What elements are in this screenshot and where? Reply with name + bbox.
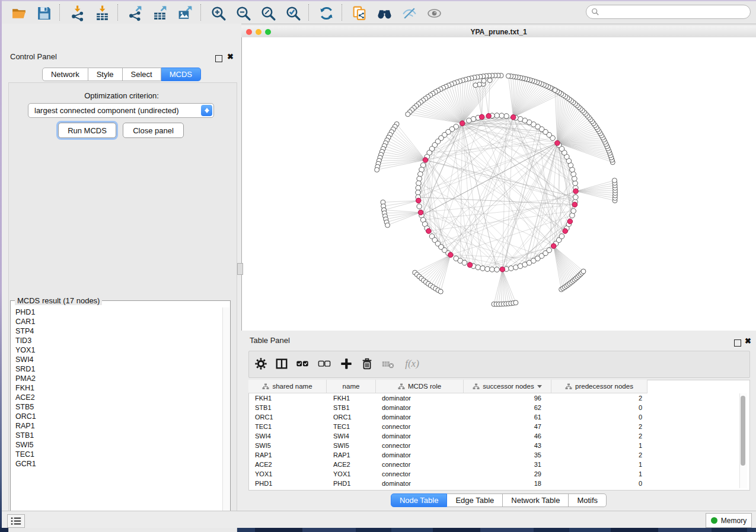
zoom-fit-icon[interactable] bbox=[259, 4, 277, 23]
table-row[interactable]: SWI5SWI5connector431 bbox=[249, 441, 648, 450]
tab-motifs[interactable]: Motifs bbox=[569, 493, 607, 507]
zoom-out-icon[interactable] bbox=[234, 4, 253, 23]
table-panel-float-button[interactable] bbox=[734, 338, 741, 349]
graph-node[interactable] bbox=[417, 204, 422, 209]
tab-network[interactable]: Network bbox=[42, 68, 88, 81]
control-panel-close-button[interactable]: ✖ bbox=[227, 53, 234, 60]
graph-node[interactable] bbox=[416, 181, 422, 186]
tab-node-table[interactable]: Node Table bbox=[391, 493, 448, 507]
mcds-node[interactable] bbox=[511, 115, 516, 120]
tab-mcds[interactable]: MCDS bbox=[161, 68, 201, 81]
mcds-result-item[interactable]: FKH1 bbox=[11, 383, 222, 393]
table-row[interactable]: YOX1YOX1connector291 bbox=[249, 469, 648, 479]
task-history-button[interactable] bbox=[7, 514, 25, 528]
run-mcds-button[interactable]: Run MCDS bbox=[58, 123, 116, 138]
mcds-node[interactable] bbox=[460, 121, 465, 126]
tab-network-table[interactable]: Network Table bbox=[503, 493, 569, 507]
mcds-node[interactable] bbox=[551, 243, 556, 249]
mcds-node[interactable] bbox=[467, 262, 473, 268]
copy-style-icon[interactable] bbox=[350, 4, 369, 23]
delete-table-icon[interactable] bbox=[379, 356, 396, 371]
delete-icon[interactable] bbox=[359, 356, 375, 371]
gear-icon[interactable] bbox=[253, 356, 269, 371]
mcds-node[interactable] bbox=[573, 188, 579, 194]
search-input[interactable] bbox=[586, 5, 751, 19]
table-row[interactable]: TEC1TEC1connector472 bbox=[249, 422, 648, 431]
mcds-result-item[interactable]: ORC1 bbox=[11, 412, 222, 421]
mcds-result-item[interactable]: RAP1 bbox=[11, 421, 222, 431]
table-row[interactable]: ACE2ACE2connector311 bbox=[249, 460, 648, 469]
binoculars-icon[interactable] bbox=[375, 4, 394, 23]
mcds-result-item[interactable]: PHD1 bbox=[11, 307, 222, 317]
mcds-result-item[interactable]: PMA2 bbox=[11, 374, 222, 383]
network-canvas[interactable] bbox=[241, 37, 756, 331]
panel-divider-handle[interactable] bbox=[237, 263, 243, 275]
table-row[interactable]: FKH1FKH1dominator962 bbox=[249, 393, 648, 403]
graph-node[interactable] bbox=[547, 248, 552, 253]
graph-node[interactable] bbox=[573, 195, 578, 200]
export-network-icon[interactable] bbox=[126, 4, 145, 23]
mcds-result-item[interactable]: SWI5 bbox=[11, 440, 222, 450]
mcds-node[interactable] bbox=[563, 229, 568, 234]
mcds-result-item[interactable]: STP4 bbox=[11, 326, 222, 336]
table-row[interactable]: RAP1RAP1dominator352 bbox=[249, 450, 648, 460]
optimization-criterion-select[interactable]: largest connected component (undirected) bbox=[28, 103, 214, 118]
graph-node[interactable] bbox=[495, 267, 500, 273]
export-image-icon[interactable] bbox=[176, 4, 194, 23]
graph-node[interactable] bbox=[572, 176, 578, 181]
graph-node[interactable] bbox=[495, 113, 500, 118]
graph-node[interactable] bbox=[581, 269, 586, 274]
graph-node[interactable] bbox=[417, 176, 422, 181]
graph-node[interactable] bbox=[462, 260, 467, 265]
mcds-node[interactable] bbox=[486, 113, 492, 118]
graph-node[interactable] bbox=[559, 234, 564, 239]
table-row[interactable]: SWI4SWI4dominator462 bbox=[249, 431, 648, 441]
graph-node[interactable] bbox=[406, 112, 410, 117]
mcds-node[interactable] bbox=[418, 210, 423, 215]
zoom-in-icon[interactable] bbox=[209, 4, 228, 23]
graph-node[interactable] bbox=[418, 172, 423, 177]
mcds-result-item[interactable]: GCR1 bbox=[11, 459, 222, 469]
mcds-result-item[interactable]: ACE2 bbox=[11, 393, 222, 402]
graph-node[interactable] bbox=[571, 209, 576, 214]
graph-node[interactable] bbox=[513, 300, 518, 305]
column-header-name[interactable]: name bbox=[327, 380, 376, 393]
graph-node[interactable] bbox=[481, 78, 486, 83]
graph-node[interactable] bbox=[490, 267, 495, 272]
mcds-result-item[interactable]: TEC1 bbox=[11, 450, 222, 459]
table-row[interactable]: STB1STB1dominator620 bbox=[249, 403, 648, 412]
mcds-result-item[interactable]: SRD1 bbox=[11, 364, 222, 374]
graph-node[interactable] bbox=[375, 168, 379, 172]
add-icon[interactable] bbox=[338, 356, 355, 371]
mcds-node[interactable] bbox=[567, 219, 573, 224]
graph-node[interactable] bbox=[504, 114, 509, 119]
import-table-icon[interactable] bbox=[92, 4, 111, 23]
mcds-node[interactable] bbox=[448, 252, 454, 258]
tab-select[interactable]: Select bbox=[123, 68, 161, 81]
mcds-result-item[interactable]: CAR1 bbox=[11, 317, 222, 326]
graph-node[interactable] bbox=[487, 78, 492, 83]
tab-style[interactable]: Style bbox=[88, 68, 123, 81]
export-table-icon[interactable] bbox=[151, 4, 170, 23]
mcds-node[interactable] bbox=[572, 202, 578, 207]
mcds-node[interactable] bbox=[479, 114, 484, 120]
column-header-predecessor-nodes[interactable]: predecessor nodes bbox=[551, 380, 647, 393]
mcds-result-item[interactable]: YOX1 bbox=[11, 345, 222, 355]
tab-edge-table[interactable]: Edge Table bbox=[447, 493, 503, 507]
graph-node[interactable] bbox=[513, 265, 519, 270]
mcds-node[interactable] bbox=[416, 198, 421, 203]
mcds-result-scrollbar[interactable] bbox=[222, 307, 229, 518]
mcds-result-item[interactable]: TID3 bbox=[11, 336, 222, 345]
graph-node[interactable] bbox=[573, 181, 578, 186]
graph-node[interactable] bbox=[518, 117, 523, 122]
graph-node[interactable] bbox=[385, 223, 390, 227]
open-folder-icon[interactable] bbox=[9, 4, 28, 23]
control-panel-float-button[interactable] bbox=[215, 54, 222, 65]
mcds-result-item[interactable]: STB5 bbox=[11, 402, 222, 412]
graph-node[interactable] bbox=[509, 266, 514, 271]
deselect-all-icon[interactable] bbox=[316, 356, 333, 371]
graph-node[interactable] bbox=[473, 83, 478, 88]
graph-node[interactable] bbox=[553, 88, 557, 92]
save-icon[interactable] bbox=[34, 4, 53, 23]
table-panel-close-button[interactable]: ✖ bbox=[745, 338, 751, 345]
